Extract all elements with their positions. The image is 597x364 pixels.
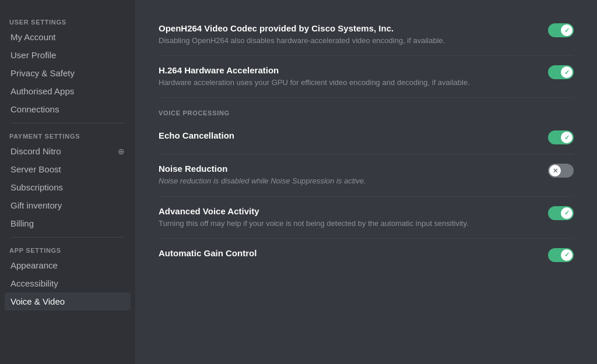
sidebar-item-label: My Account: [10, 32, 56, 42]
sidebar: USER SETTINGS My Account User Profile Pr…: [0, 0, 135, 364]
toggle-switch[interactable]: ✕: [548, 164, 574, 178]
toggle-switch[interactable]: ✓: [548, 130, 574, 144]
sidebar-item-voice-video[interactable]: Voice & Video: [5, 292, 131, 310]
sidebar-item-user-profile[interactable]: User Profile: [5, 46, 131, 64]
toggle-knob: ✓: [561, 207, 573, 219]
check-icon: ✓: [564, 27, 570, 34]
setting-text: OpenH264 Video Codec provided by Cisco S…: [159, 23, 548, 46]
sidebar-item-privacy-safety[interactable]: Privacy & Safety: [5, 64, 131, 82]
sidebar-item-label: Subscriptions: [10, 182, 63, 192]
check-icon: ✓: [564, 69, 570, 76]
sidebar-item-appearance[interactable]: Appearance: [5, 256, 131, 274]
setting-desc: Turning this off may help if your voice …: [159, 218, 534, 229]
payment-settings-label: PAYMENT SETTINGS: [5, 128, 131, 142]
setting-row: Echo Cancellation✓: [159, 121, 574, 154]
setting-text: Advanced Voice ActivityTurning this off …: [159, 206, 548, 229]
sidebar-item-server-boost[interactable]: Server Boost: [5, 160, 131, 178]
setting-text: Automatic Gain Control: [159, 248, 548, 260]
setting-row: Noise ReductionNoise reduction is disabl…: [159, 154, 574, 196]
sidebar-item-label: Connections: [10, 104, 59, 114]
check-icon: ✓: [564, 209, 570, 217]
setting-title: OpenH264 Video Codec provided by Cisco S…: [159, 23, 534, 33]
setting-title: Echo Cancellation: [159, 130, 534, 140]
sidebar-item-my-account[interactable]: My Account: [5, 28, 131, 46]
toggle-knob: ✓: [561, 249, 573, 261]
sidebar-item-accessibility[interactable]: Accessibility: [5, 274, 131, 292]
setting-text: Echo Cancellation: [159, 130, 548, 143]
x-icon: ✕: [553, 167, 558, 175]
sidebar-item-gift-inventory[interactable]: Gift inventory: [5, 196, 131, 214]
setting-desc: Hardware acceleration uses your GPU for …: [159, 77, 534, 88]
check-icon: ✓: [564, 251, 570, 259]
toggle-switch[interactable]: ✓: [548, 23, 574, 37]
sidebar-item-label: Gift inventory: [10, 200, 62, 210]
main-content: OpenH264 Video Codec provided by Cisco S…: [135, 0, 597, 364]
sidebar-item-label: Server Boost: [10, 164, 61, 174]
sidebar-item-connections[interactable]: Connections: [5, 100, 131, 118]
sidebar-item-subscriptions[interactable]: Subscriptions: [5, 178, 131, 196]
sidebar-item-label: User Profile: [10, 50, 56, 60]
app-settings-label: APP SETTINGS: [5, 242, 131, 256]
setting-title: H.264 Hardware Acceleration: [159, 65, 534, 75]
sidebar-item-label: Authorised Apps: [10, 86, 74, 96]
toggle-knob: ✓: [561, 24, 573, 36]
setting-desc: Noise reduction is disabled while Noise …: [159, 176, 534, 186]
sidebar-item-label: Billing: [10, 218, 34, 228]
sidebar-item-label: Discord Nitro: [10, 146, 61, 156]
setting-title: Automatic Gain Control: [159, 248, 534, 258]
check-icon: ✓: [564, 134, 570, 142]
setting-text: H.264 Hardware AccelerationHardware acce…: [159, 65, 548, 88]
toggle-switch[interactable]: ✓: [548, 206, 574, 220]
setting-row: Automatic Gain Control✓: [159, 239, 574, 271]
sidebar-divider-2: [10, 237, 125, 238]
sidebar-item-label: Privacy & Safety: [10, 68, 75, 78]
nitro-icon: ⊕: [118, 147, 125, 156]
sidebar-item-label: Accessibility: [10, 278, 58, 288]
toggle-knob: ✓: [561, 66, 573, 78]
sidebar-divider-1: [10, 123, 125, 123]
section-label-voice-processing: VOICE PROCESSING: [159, 109, 574, 116]
setting-row: Advanced Voice ActivityTurning this off …: [159, 197, 574, 239]
sidebar-item-label: Appearance: [10, 260, 58, 270]
setting-title: Noise Reduction: [159, 164, 534, 174]
sidebar-item-billing[interactable]: Billing: [5, 214, 131, 232]
setting-row: H.264 Hardware AccelerationHardware acce…: [159, 56, 574, 98]
setting-desc: Disabling OpenH264 also disables hardwar…: [159, 36, 534, 46]
setting-title: Advanced Voice Activity: [159, 206, 534, 216]
toggle-knob: ✓: [561, 132, 573, 143]
sidebar-item-discord-nitro[interactable]: Discord Nitro ⊕: [5, 142, 131, 160]
toggle-switch[interactable]: ✓: [548, 65, 574, 79]
sidebar-item-authorised-apps[interactable]: Authorised Apps: [5, 82, 131, 100]
user-settings-label: USER SETTINGS: [5, 14, 131, 28]
setting-text: Noise ReductionNoise reduction is disabl…: [159, 164, 548, 186]
toggle-knob: ✕: [549, 165, 561, 176]
setting-row: OpenH264 Video Codec provided by Cisco S…: [159, 14, 574, 56]
toggle-switch[interactable]: ✓: [548, 248, 574, 262]
sidebar-item-label: Voice & Video: [10, 296, 65, 306]
